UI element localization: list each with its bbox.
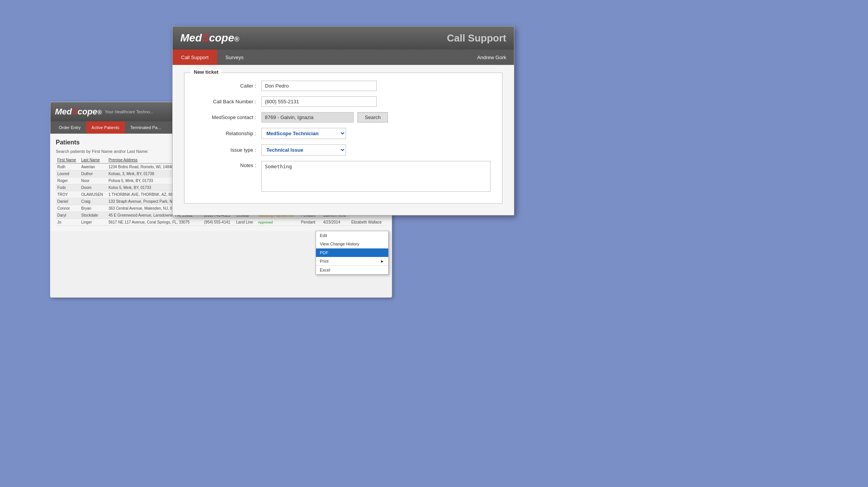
fg-nav-left: Call Support Surveys (173, 50, 252, 65)
cell-type: Land Line (234, 219, 256, 226)
cell-first-name: Ruth (56, 164, 80, 171)
cell-first-name: Fods (56, 184, 80, 191)
issue-type-row: Issue type : Technical Issue (192, 144, 491, 156)
cell-last-name: Doom (80, 184, 107, 191)
table-row[interactable]: JoLinger5617 NE 117 Avenue, Coral Spring… (56, 219, 386, 226)
cell-phone: (954) 555-4141 (203, 219, 235, 226)
callback-row: Call Back Number : (192, 96, 491, 107)
context-menu-print[interactable]: Print ► (316, 257, 388, 265)
notes-row: Notes : Something (192, 161, 491, 192)
ticket-box: New ticket Caller : Call Back Number : M… (184, 73, 502, 204)
fg-nav: Call Support Surveys Andrew Gork (173, 50, 514, 65)
cell-first-name: Daniel (56, 198, 80, 205)
cell-last-name: Bryan (80, 205, 107, 212)
cell-first-name: Daryl (56, 212, 80, 219)
context-menu-excel[interactable]: Excel (316, 266, 388, 274)
relationship-select[interactable]: MedScope Technician (261, 128, 346, 139)
cell-date: 4/23/2014 (321, 219, 349, 226)
cell-last-name: Stockdale (80, 212, 107, 219)
caller-row: Caller : (192, 81, 491, 91)
context-menu-print-label: Print (320, 259, 329, 263)
col-last-name: Last Name (80, 157, 107, 164)
cell-address: 5617 NE 117 Avenue, Coral Springs, FL, 3… (107, 219, 203, 226)
contact-label: MedScope contact : (192, 114, 261, 120)
notes-label: Notes : (192, 161, 261, 168)
cell-status: Approved (256, 219, 299, 226)
cell-last-name: Duthor (80, 171, 107, 177)
contact-input[interactable] (261, 112, 354, 123)
context-menu: Edit View Change History PDF Print ► Exc… (316, 231, 389, 275)
cell-first-name: Roger (56, 177, 80, 184)
ticket-legend: New ticket (191, 69, 221, 75)
cell-first-name: Connor (56, 205, 80, 212)
call-support-window: MedScope® Call Support Call Support Surv… (172, 26, 514, 215)
bg-logo-sub: Your Healthcare Techno... (105, 109, 153, 114)
cell-first-name: Loored (56, 171, 80, 177)
bg-logo: MedScope® (55, 107, 102, 117)
issue-type-select[interactable]: Technical Issue (261, 144, 346, 156)
contact-row: MedScope contact : Search (192, 112, 491, 123)
context-menu-pdf[interactable]: PDF (316, 248, 388, 257)
fg-logo: MedScope® (180, 32, 239, 44)
cell-badge: Pendant (299, 219, 321, 226)
cell-last-name: Awerian (80, 164, 107, 171)
context-menu-print-arrow: ► (380, 259, 384, 263)
bg-nav-order-entry[interactable]: Order Entry (53, 121, 86, 134)
cell-last-name: Craig (80, 198, 107, 205)
cell-first-name: Jo (56, 219, 80, 226)
relationship-label: Relationship : (192, 131, 261, 136)
cell-last-name: OLAWUSEN (80, 191, 107, 198)
fg-content: New ticket Caller : Call Back Number : M… (173, 65, 514, 215)
cell-last-name: Noor (80, 177, 107, 184)
context-menu-view-history[interactable]: View Change History (316, 240, 388, 248)
cell-first-name: TROY (56, 191, 80, 198)
bg-nav-active-patients[interactable]: Active Patients (86, 121, 125, 134)
cell-rep: Elizabeth Wallace (350, 219, 386, 226)
relationship-row: Relationship : MedScope Technician (192, 128, 491, 139)
fg-header: MedScope® Call Support (173, 27, 514, 50)
caller-input[interactable] (261, 81, 377, 91)
issue-type-label: Issue type : (192, 147, 261, 153)
fg-user: Andrew Gork (477, 50, 514, 65)
context-menu-edit[interactable]: Edit (316, 231, 388, 240)
cell-last-name: Linger (80, 219, 107, 226)
callback-label: Call Back Number : (192, 99, 261, 104)
notes-textarea[interactable]: Something (261, 161, 491, 192)
search-button[interactable]: Search (358, 112, 388, 123)
bg-nav-terminated[interactable]: Terminated Pa... (125, 121, 166, 134)
fg-nav-surveys[interactable]: Surveys (217, 50, 252, 65)
col-first-name: First Name (56, 157, 80, 164)
fg-nav-call-support[interactable]: Call Support (173, 50, 217, 65)
callback-input[interactable] (261, 96, 377, 107)
caller-label: Caller : (192, 83, 261, 89)
fg-title: Call Support (447, 32, 506, 44)
